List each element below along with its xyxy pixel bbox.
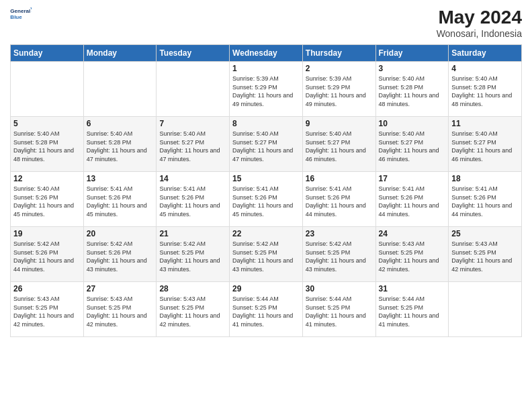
month-year: May 2024 — [437, 7, 522, 28]
day-cell: 3Sunrise: 5:40 AM Sunset: 5:28 PM Daylig… — [375, 62, 449, 117]
day-info: Sunrise: 5:42 AM Sunset: 5:26 PM Dayligh… — [87, 240, 154, 273]
day-cell: 14Sunrise: 5:41 AM Sunset: 5:26 PM Dayli… — [157, 172, 230, 227]
day-number: 18 — [451, 174, 519, 183]
day-cell: 31Sunrise: 5:44 AM Sunset: 5:25 PM Dayli… — [375, 282, 449, 337]
day-number: 20 — [87, 229, 154, 238]
day-cell: 11Sunrise: 5:40 AM Sunset: 5:27 PM Dayli… — [449, 117, 522, 172]
logo: General Blue General Blue — [10, 7, 34, 28]
day-cell: 13Sunrise: 5:41 AM Sunset: 5:26 PM Dayli… — [83, 172, 157, 227]
day-number: 13 — [87, 174, 154, 183]
calendar-table: SundayMondayTuesdayWednesdayThursdayFrid… — [10, 44, 522, 337]
header: General Blue General Blue May 2024 Wonos… — [10, 7, 522, 39]
day-cell — [449, 282, 522, 337]
day-number: 12 — [13, 174, 81, 183]
day-cell: 1Sunrise: 5:39 AM Sunset: 5:29 PM Daylig… — [230, 62, 303, 117]
week-row-3: 12Sunrise: 5:40 AM Sunset: 5:26 PM Dayli… — [11, 172, 522, 227]
week-row-2: 5Sunrise: 5:40 AM Sunset: 5:28 PM Daylig… — [11, 117, 522, 172]
weekday-header-saturday: Saturday — [449, 45, 522, 62]
week-row-5: 26Sunrise: 5:43 AM Sunset: 5:25 PM Dayli… — [11, 282, 522, 337]
day-cell: 12Sunrise: 5:40 AM Sunset: 5:26 PM Dayli… — [11, 172, 84, 227]
day-cell: 23Sunrise: 5:42 AM Sunset: 5:25 PM Dayli… — [302, 227, 375, 282]
day-number: 19 — [13, 229, 81, 238]
day-number: 27 — [87, 284, 154, 293]
day-number: 30 — [306, 284, 373, 293]
day-info: Sunrise: 5:43 AM Sunset: 5:25 PM Dayligh… — [159, 295, 226, 328]
location: Wonosari, Indonesia — [437, 28, 522, 39]
day-number: 24 — [379, 229, 446, 238]
svg-marker-3 — [31, 11, 32, 15]
day-info: Sunrise: 5:41 AM Sunset: 5:26 PM Dayligh… — [232, 185, 300, 218]
day-cell: 22Sunrise: 5:42 AM Sunset: 5:25 PM Dayli… — [230, 227, 303, 282]
day-info: Sunrise: 5:43 AM Sunset: 5:25 PM Dayligh… — [13, 295, 81, 328]
day-number: 2 — [306, 64, 373, 73]
weekday-header-friday: Friday — [375, 45, 449, 62]
week-row-1: 1Sunrise: 5:39 AM Sunset: 5:29 PM Daylig… — [11, 62, 522, 117]
day-cell: 17Sunrise: 5:41 AM Sunset: 5:26 PM Dayli… — [375, 172, 449, 227]
day-number: 14 — [159, 174, 226, 183]
day-info: Sunrise: 5:41 AM Sunset: 5:26 PM Dayligh… — [451, 185, 519, 218]
day-info: Sunrise: 5:42 AM Sunset: 5:25 PM Dayligh… — [232, 240, 300, 273]
day-cell: 20Sunrise: 5:42 AM Sunset: 5:26 PM Dayli… — [83, 227, 157, 282]
day-number: 25 — [451, 229, 519, 238]
svg-marker-2 — [30, 7, 32, 11]
day-cell: 26Sunrise: 5:43 AM Sunset: 5:25 PM Dayli… — [11, 282, 84, 337]
day-info: Sunrise: 5:40 AM Sunset: 5:27 PM Dayligh… — [306, 130, 373, 163]
day-info: Sunrise: 5:44 AM Sunset: 5:25 PM Dayligh… — [232, 295, 300, 328]
day-cell: 30Sunrise: 5:44 AM Sunset: 5:25 PM Dayli… — [302, 282, 375, 337]
day-number: 7 — [159, 119, 226, 128]
day-cell: 18Sunrise: 5:41 AM Sunset: 5:26 PM Dayli… — [449, 172, 522, 227]
day-info: Sunrise: 5:43 AM Sunset: 5:25 PM Dayligh… — [451, 240, 519, 273]
day-cell: 2Sunrise: 5:39 AM Sunset: 5:29 PM Daylig… — [302, 62, 375, 117]
day-info: Sunrise: 5:40 AM Sunset: 5:28 PM Dayligh… — [379, 75, 446, 108]
title-block: May 2024 Wonosari, Indonesia — [437, 7, 522, 39]
weekday-header-row: SundayMondayTuesdayWednesdayThursdayFrid… — [11, 45, 522, 62]
weekday-header-thursday: Thursday — [302, 45, 375, 62]
day-info: Sunrise: 5:42 AM Sunset: 5:25 PM Dayligh… — [306, 240, 373, 273]
week-row-4: 19Sunrise: 5:42 AM Sunset: 5:26 PM Dayli… — [11, 227, 522, 282]
day-cell: 7Sunrise: 5:40 AM Sunset: 5:27 PM Daylig… — [157, 117, 230, 172]
day-info: Sunrise: 5:43 AM Sunset: 5:25 PM Dayligh… — [87, 295, 154, 328]
day-info: Sunrise: 5:39 AM Sunset: 5:29 PM Dayligh… — [306, 75, 373, 108]
day-cell — [83, 62, 157, 117]
day-number: 17 — [379, 174, 446, 183]
day-cell: 10Sunrise: 5:40 AM Sunset: 5:27 PM Dayli… — [375, 117, 449, 172]
day-info: Sunrise: 5:42 AM Sunset: 5:26 PM Dayligh… — [13, 240, 81, 273]
day-info: Sunrise: 5:44 AM Sunset: 5:25 PM Dayligh… — [306, 295, 373, 328]
day-number: 28 — [159, 284, 226, 293]
day-info: Sunrise: 5:40 AM Sunset: 5:27 PM Dayligh… — [379, 130, 446, 163]
day-cell: 24Sunrise: 5:43 AM Sunset: 5:25 PM Dayli… — [375, 227, 449, 282]
day-number: 15 — [232, 174, 300, 183]
day-cell: 19Sunrise: 5:42 AM Sunset: 5:26 PM Dayli… — [11, 227, 84, 282]
day-cell: 5Sunrise: 5:40 AM Sunset: 5:28 PM Daylig… — [11, 117, 84, 172]
day-number: 1 — [232, 64, 300, 73]
day-cell: 29Sunrise: 5:44 AM Sunset: 5:25 PM Dayli… — [230, 282, 303, 337]
day-number: 29 — [232, 284, 300, 293]
day-number: 22 — [232, 229, 300, 238]
day-cell: 27Sunrise: 5:43 AM Sunset: 5:25 PM Dayli… — [83, 282, 157, 337]
day-info: Sunrise: 5:40 AM Sunset: 5:27 PM Dayligh… — [232, 130, 300, 163]
day-number: 4 — [451, 64, 519, 73]
day-number: 31 — [379, 284, 446, 293]
day-info: Sunrise: 5:42 AM Sunset: 5:25 PM Dayligh… — [159, 240, 226, 273]
page: General Blue General Blue May 2024 Wonos… — [0, 0, 532, 411]
day-number: 16 — [306, 174, 373, 183]
svg-text:Blue: Blue — [10, 14, 22, 20]
day-number: 3 — [379, 64, 446, 73]
day-cell: 28Sunrise: 5:43 AM Sunset: 5:25 PM Dayli… — [157, 282, 230, 337]
day-info: Sunrise: 5:40 AM Sunset: 5:28 PM Dayligh… — [87, 130, 154, 163]
weekday-header-sunday: Sunday — [11, 45, 84, 62]
day-info: Sunrise: 5:44 AM Sunset: 5:25 PM Dayligh… — [379, 295, 446, 328]
day-number: 5 — [13, 119, 81, 128]
day-number: 10 — [379, 119, 446, 128]
day-number: 26 — [13, 284, 81, 293]
day-info: Sunrise: 5:41 AM Sunset: 5:26 PM Dayligh… — [159, 185, 226, 218]
day-info: Sunrise: 5:40 AM Sunset: 5:27 PM Dayligh… — [159, 130, 226, 163]
day-number: 21 — [159, 229, 226, 238]
weekday-header-tuesday: Tuesday — [157, 45, 230, 62]
day-info: Sunrise: 5:40 AM Sunset: 5:26 PM Dayligh… — [13, 185, 81, 218]
day-cell: 6Sunrise: 5:40 AM Sunset: 5:28 PM Daylig… — [83, 117, 157, 172]
day-number: 9 — [306, 119, 373, 128]
weekday-header-monday: Monday — [83, 45, 157, 62]
day-info: Sunrise: 5:39 AM Sunset: 5:29 PM Dayligh… — [232, 75, 300, 108]
weekday-header-wednesday: Wednesday — [230, 45, 303, 62]
